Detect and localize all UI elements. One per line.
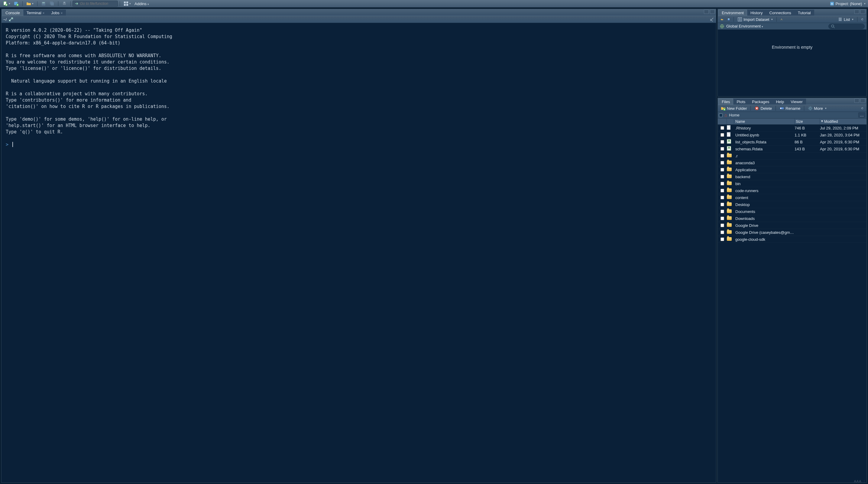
file-name[interactable]: Documents [734,209,795,214]
file-row[interactable]: anaconda3 [718,160,867,166]
row-checkbox[interactable] [720,182,724,186]
refresh-files-button[interactable] [860,106,865,111]
file-name[interactable]: Desktop [734,202,795,207]
console-output[interactable]: R version 4.0.2 (2020-06-22) -- "Taking … [1,23,716,483]
goto-input[interactable] [80,1,116,6]
env-scope-select[interactable]: Global Environment▾ [726,24,763,28]
load-workspace-button[interactable] [720,17,724,22]
view-mode-button[interactable]: List▾ [837,17,855,22]
file-row[interactable]: content [718,194,867,201]
file-row[interactable]: Downloads [718,215,867,222]
minimize-pane-button[interactable] [855,10,859,14]
new-file-button[interactable]: ▾ [2,1,11,7]
home-icon[interactable]: ⌂ [724,113,727,118]
tab-terminal[interactable]: Terminal× [23,10,48,16]
new-folder-button[interactable]: New Folder [720,106,748,111]
tab-connections[interactable]: Connections [766,10,794,16]
file-name[interactable]: google-cloud-sdk [734,237,795,242]
row-checkbox[interactable] [720,168,724,172]
file-name[interactable]: anaconda3 [734,161,795,165]
save-workspace-button[interactable] [726,17,731,22]
row-checkbox[interactable] [720,175,724,178]
tools-grid-button[interactable]: ▾ [122,1,132,7]
tab-jobs[interactable]: Jobs× [48,10,66,16]
file-name[interactable]: content [734,195,795,200]
file-name[interactable]: list_objects.Rdata [734,140,795,144]
addins-menu[interactable]: Addins▾ [133,1,151,6]
file-name[interactable]: bin [734,181,795,186]
file-name[interactable]: Google Drive (caseybates@gmai... [734,230,795,235]
row-checkbox[interactable] [720,230,724,234]
clear-console-icon[interactable] [709,17,714,22]
row-checkbox[interactable] [720,147,724,151]
file-row[interactable]: Documents [718,208,867,215]
goto-file-function[interactable] [72,1,118,7]
minimize-pane-button[interactable] [855,98,859,103]
file-row[interactable]: code-runners [718,187,867,194]
save-button[interactable] [40,1,47,7]
file-row[interactable]: .r [718,152,867,160]
file-name[interactable]: Downloads [734,216,795,221]
row-checkbox[interactable] [720,140,724,144]
row-checkbox[interactable] [720,203,724,206]
row-checkbox[interactable] [720,217,724,220]
row-checkbox[interactable] [720,126,724,130]
tab-viewer[interactable]: Viewer [787,98,806,105]
tab-tutorial[interactable]: Tutorial [795,10,814,16]
select-all-checkbox[interactable] [719,113,723,117]
file-row[interactable]: Desktop [718,201,867,208]
breadcrumb-home[interactable]: Home [729,113,740,117]
row-checkbox[interactable] [720,224,724,227]
row-checkbox[interactable] [720,154,724,158]
col-name[interactable]: Name [734,119,795,124]
file-row[interactable]: Google Drive [718,222,867,229]
file-row[interactable]: Untitled.ipynb1.1 KBJan 28, 2020, 3:04 P… [718,132,867,139]
tab-environment[interactable]: Environment [718,10,747,16]
save-all-button[interactable] [49,1,56,7]
popout-icon[interactable] [8,17,13,22]
file-name[interactable]: Google Drive [734,223,795,228]
file-name[interactable]: Untitled.ipynb [734,133,795,137]
project-menu[interactable]: R Project: (None) ▾ [829,1,867,6]
maximize-pane-button[interactable] [710,10,715,14]
tab-help[interactable]: Help [773,98,787,105]
file-row[interactable]: schemas.Rdata143 BApr 20, 2019, 6:30 PM [718,145,867,152]
file-row[interactable]: Applications [718,166,867,173]
import-dataset-button[interactable]: Import Dataset▾ [736,17,774,22]
row-checkbox[interactable] [720,196,724,199]
tab-files[interactable]: Files [718,98,733,105]
env-search[interactable] [829,24,865,29]
tab-history[interactable]: History [747,10,766,16]
file-name[interactable]: .Rhistory [734,126,795,131]
minimize-pane-button[interactable] [704,10,709,14]
row-checkbox[interactable] [720,210,724,213]
more-button[interactable]: More▾ [807,106,828,111]
close-icon[interactable]: × [61,11,63,15]
file-row[interactable]: Google Drive (caseybates@gmai... [718,229,867,236]
file-name[interactable]: code-runners [734,189,795,193]
new-project-button[interactable] [13,1,20,7]
file-name[interactable]: Applications [734,168,795,172]
tab-plots[interactable]: Plots [733,98,749,105]
file-row[interactable]: .Rhistory746 BJul 29, 2020, 2:09 PM [718,125,867,132]
print-button[interactable] [61,1,68,7]
clear-env-button[interactable] [779,17,784,22]
file-row[interactable]: backend [718,173,867,180]
file-name[interactable]: .r [734,154,795,158]
row-checkbox[interactable] [720,161,724,165]
path-more-button[interactable]: … [858,113,865,118]
maximize-pane-button[interactable] [861,10,865,14]
tab-packages[interactable]: Packages [749,98,773,105]
col-size[interactable]: Size [795,119,820,124]
files-list[interactable]: .Rhistory746 BJul 29, 2020, 2:09 PMUntit… [718,125,867,483]
file-name[interactable]: backend [734,174,795,179]
row-checkbox[interactable] [720,133,724,137]
close-icon[interactable]: × [42,11,44,15]
file-row[interactable]: google-cloud-sdk [718,236,867,243]
file-row[interactable]: list_objects.Rdata86 BApr 20, 2019, 6:30… [718,139,867,145]
row-checkbox[interactable] [720,189,724,192]
maximize-pane-button[interactable] [861,98,865,103]
delete-button[interactable]: Delete [753,106,773,111]
file-name[interactable]: schemas.Rdata [734,147,795,151]
open-file-button[interactable]: ▾ [25,1,35,7]
